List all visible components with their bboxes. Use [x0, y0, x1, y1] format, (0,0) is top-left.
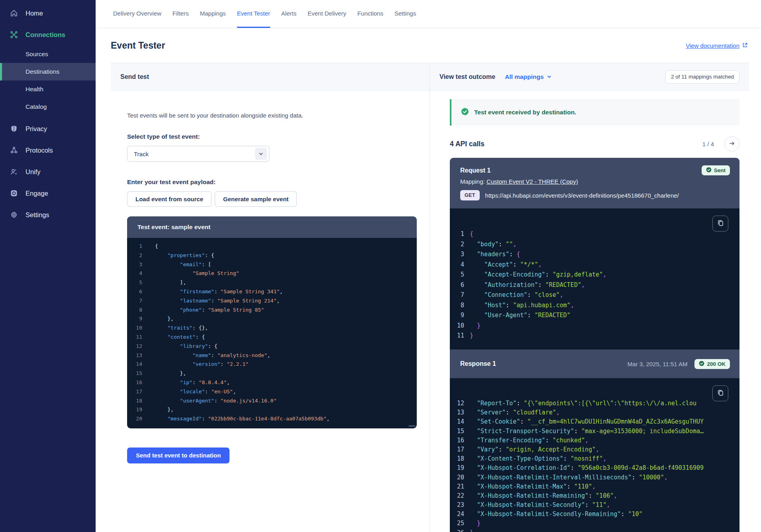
sidebar-item-label: Connections: [25, 31, 65, 39]
shield-icon: [10, 125, 18, 133]
chevron-down-icon: [547, 73, 551, 80]
payload-editor-code[interactable]: 1{2"properties": {3"email": [4"Sample St…: [132, 242, 417, 424]
api-call-card: Request 1 Sent Mapping:: [450, 158, 739, 532]
tab-delivery-overview[interactable]: Delivery Overview: [113, 0, 161, 28]
sidebar-item-sources[interactable]: Sources: [0, 45, 96, 63]
send-test-band: Send test: [111, 63, 430, 90]
engage-icon: [10, 189, 18, 197]
tab-mappings[interactable]: Mappings: [200, 0, 226, 28]
tab-alerts[interactable]: Alerts: [281, 0, 296, 28]
view-documentation-link[interactable]: View documentation: [686, 42, 748, 49]
success-banner: Test event received by destination.: [450, 99, 739, 126]
response-header: Response 1 Mar 3, 2025, 11:51 AM 200 OK: [450, 349, 739, 378]
copy-response-button[interactable]: [712, 385, 728, 401]
api-calls-row: 4 API calls 1 / 4: [450, 136, 739, 151]
event-type-label: Select type of test event:: [127, 133, 415, 140]
check-circle-icon: [461, 108, 469, 117]
send-test-body: Test events will be sent to your destina…: [111, 90, 430, 532]
home-icon: [10, 9, 18, 17]
response-code[interactable]: 12 "Report-To": "{\"endpoints\":[{\"url\…: [450, 378, 739, 532]
sidebar-item-label: Engage: [25, 190, 48, 197]
response-status-label: 200 OK: [707, 361, 726, 367]
request-title: Request 1: [460, 167, 490, 174]
chevron-down-icon: [255, 148, 267, 160]
arrow-right-icon: [729, 140, 735, 148]
page-header: Event Tester View documentation: [96, 28, 761, 63]
mappings-matched-badge: 2 of 11 mappings matched: [665, 70, 739, 84]
sidebar: HomeConnectionsSourcesDestinationsHealth…: [0, 0, 96, 532]
send-test-intro: Test events will be sent to your destina…: [127, 112, 415, 119]
sidebar-item-destinations[interactable]: Destinations: [0, 63, 96, 80]
gear-icon: [10, 211, 18, 219]
request-status-label: Sent: [714, 167, 726, 173]
api-calls-pagination: 1 / 4: [702, 141, 714, 147]
test-outcome-title: View test outcome: [439, 73, 495, 80]
sidebar-item-settings[interactable]: Settings: [0, 204, 96, 226]
tab-bar: Delivery OverviewFiltersMappingsEvent Te…: [96, 0, 761, 28]
editor-horizontal-scrollbar[interactable]: [408, 425, 416, 427]
check-circle-icon: [706, 167, 712, 174]
generate-sample-event-button[interactable]: Generate sample event: [215, 191, 297, 207]
sidebar-item-protocols[interactable]: Protocols: [0, 139, 96, 161]
test-outcome-panel: View test outcome All mappings 2 of 11 m…: [430, 63, 749, 532]
send-test-event-button[interactable]: Send test event to destination: [127, 448, 229, 463]
test-outcome-band: View test outcome All mappings 2 of 11 m…: [430, 63, 749, 90]
tab-filters[interactable]: Filters: [173, 0, 189, 28]
tab-functions[interactable]: Functions: [357, 0, 383, 28]
event-type-value: Track: [134, 151, 149, 157]
response-status-badge: 200 OK: [694, 359, 730, 369]
payload-editor[interactable]: Test event: sample event 1{2"properties"…: [127, 216, 417, 428]
view-documentation-label: View documentation: [686, 42, 739, 49]
mappings-filter-value: All mappings: [505, 73, 543, 80]
sidebar-item-label: Settings: [25, 211, 49, 219]
copy-request-button[interactable]: [712, 216, 728, 232]
send-test-panel: Send test Test events will be sent to yo…: [111, 63, 430, 532]
tab-event-tester[interactable]: Event Tester: [237, 0, 270, 28]
page-title: Event Tester: [111, 40, 165, 51]
send-test-title: Send test: [120, 73, 149, 80]
connections-icon: [10, 31, 18, 39]
unify-icon: [10, 168, 18, 176]
tab-event-delivery[interactable]: Event Delivery: [308, 0, 346, 28]
response-code-block: 12 "Report-To": "{\"endpoints\":[{\"url\…: [450, 378, 739, 532]
sidebar-item-health[interactable]: Health: [0, 80, 96, 98]
request-header: Request 1 Sent Mapping:: [450, 158, 739, 208]
sidebar-item-label: Health: [25, 86, 43, 93]
sidebar-item-label: Catalog: [25, 103, 47, 110]
sidebar-item-label: Protocols: [25, 147, 53, 154]
response-timestamp: Mar 3, 2025, 11:51 AM: [628, 361, 688, 367]
sidebar-item-catalog[interactable]: Catalog: [0, 98, 96, 116]
sidebar-item-engage[interactable]: Engage: [0, 183, 96, 204]
protocols-icon: [10, 146, 18, 154]
response-title: Response 1: [460, 360, 628, 367]
sidebar-item-home[interactable]: Home: [0, 2, 96, 24]
load-event-from-source-button[interactable]: Load event from source: [127, 191, 212, 207]
external-link-icon: [742, 42, 748, 49]
sidebar-item-label: Unify: [25, 168, 41, 176]
copy-icon: [717, 389, 724, 397]
success-message: Test event received by destination.: [474, 109, 576, 116]
panels: Send test Test events will be sent to yo…: [111, 63, 749, 532]
mappings-filter-dropdown[interactable]: All mappings: [505, 73, 551, 80]
main-area: Delivery OverviewFiltersMappingsEvent Te…: [96, 0, 761, 532]
event-type-select[interactable]: Track: [127, 146, 269, 162]
api-calls-title: 4 API calls: [450, 140, 702, 148]
copy-icon: [717, 220, 724, 228]
sidebar-item-label: Home: [25, 10, 43, 17]
payload-label: Enter your test event payload:: [127, 179, 415, 186]
mapping-link[interactable]: Custom Event V2 - THREE (Copy): [486, 178, 578, 185]
test-outcome-body: Test event received by destination. 4 AP…: [430, 90, 749, 532]
sidebar-item-connections[interactable]: Connections: [0, 24, 96, 45]
http-method-chip: GET: [460, 190, 480, 200]
mapping-label: Mapping:: [460, 178, 485, 185]
sidebar-item-unify[interactable]: Unify: [0, 161, 96, 183]
next-api-call-button[interactable]: [724, 136, 739, 151]
request-code[interactable]: 1{2 "body": "",3 "headers": {4 "Accept":…: [450, 208, 739, 349]
request-status-badge: Sent: [702, 165, 730, 175]
payload-editor-title: Test event: sample event: [127, 216, 417, 238]
request-code-block: 1{2 "body": "",3 "headers": {4 "Accept":…: [450, 208, 739, 349]
sidebar-item-privacy[interactable]: Privacy: [0, 118, 96, 139]
sidebar-item-label: Privacy: [25, 125, 47, 133]
sidebar-item-label: Sources: [25, 51, 48, 58]
tab-settings[interactable]: Settings: [394, 0, 416, 28]
